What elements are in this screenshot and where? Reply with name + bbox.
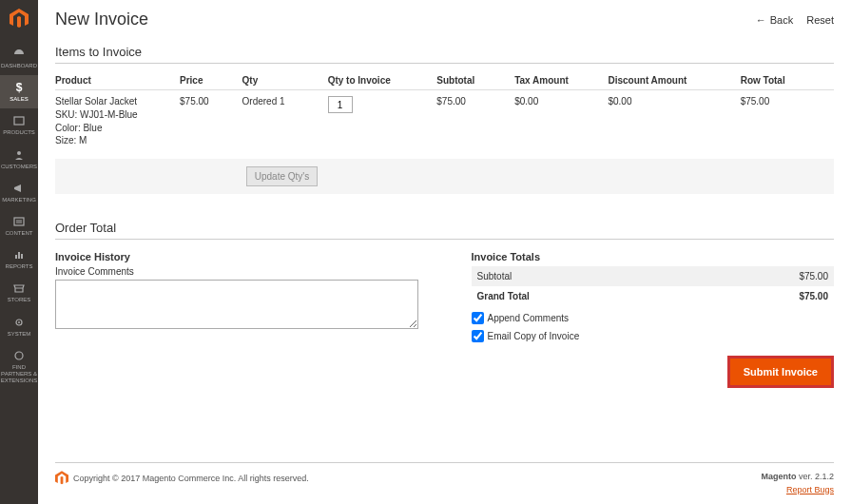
append-comments-checkbox[interactable] bbox=[472, 312, 484, 324]
submit-wrap: Submit Invoice bbox=[472, 356, 835, 388]
grand-total-value: $75.00 bbox=[799, 291, 828, 301]
section-title: Items to Invoice bbox=[55, 45, 834, 64]
svg-text:$: $ bbox=[16, 81, 23, 94]
page-footer: Copyright © 2017 Magento Commerce Inc. A… bbox=[55, 462, 834, 496]
grand-total-line: Grand Total $75.00 bbox=[472, 286, 835, 306]
subtotal-line: Subtotal $75.00 bbox=[472, 266, 835, 286]
content-icon bbox=[12, 215, 26, 228]
svg-point-2 bbox=[17, 151, 21, 155]
stores-icon bbox=[12, 281, 26, 295]
update-qty-button[interactable]: Update Qty's bbox=[246, 166, 319, 186]
invoice-comments-textarea[interactable] bbox=[55, 280, 418, 329]
reset-button[interactable]: Reset bbox=[806, 14, 834, 26]
order-total-title: Order Total bbox=[55, 221, 834, 240]
col-tax: Tax Amount bbox=[514, 75, 608, 86]
invoice-history-heading: Invoice History bbox=[55, 251, 418, 262]
nav-label: SALES bbox=[10, 96, 28, 103]
items-to-invoice-section: Items to Invoice Product Price Qty Qty t… bbox=[55, 45, 834, 194]
grand-total-label: Grand Total bbox=[477, 291, 530, 301]
product-cell: Stellar Solar Jacket SKU: WJ01-M-Blue Co… bbox=[55, 96, 180, 147]
col-discount: Discount Amount bbox=[608, 75, 740, 86]
update-qty-row: Update Qty's bbox=[55, 159, 834, 194]
subtotal-value: $75.00 bbox=[799, 271, 828, 281]
append-comments-row: Append Comments bbox=[472, 312, 835, 324]
col-price: Price bbox=[180, 75, 242, 86]
copyright-text: Copyright © 2017 Magento Commerce Inc. A… bbox=[73, 474, 309, 483]
nav-label: STORES bbox=[8, 297, 31, 303]
qty-to-invoice-input[interactable] bbox=[328, 96, 353, 113]
qty-cell: Ordered 1 bbox=[242, 96, 328, 107]
nav-system[interactable]: SYSTEM bbox=[0, 310, 38, 343]
items-table-header: Product Price Qty Qty to Invoice Subtota… bbox=[55, 69, 834, 90]
submit-invoice-button[interactable]: Submit Invoice bbox=[727, 356, 834, 388]
tax-cell: $0.00 bbox=[514, 96, 608, 107]
nav-label: REPORTS bbox=[6, 263, 33, 270]
invoice-history-panel: Invoice History Invoice Comments bbox=[55, 245, 418, 388]
svg-point-10 bbox=[18, 321, 20, 323]
nav-content[interactable]: CONTENT bbox=[0, 209, 38, 242]
nav-label: MARKETING bbox=[2, 197, 36, 204]
gear-icon bbox=[12, 316, 26, 329]
col-subtotal: Subtotal bbox=[436, 75, 514, 86]
back-button[interactable]: ← Back bbox=[756, 14, 793, 26]
svg-rect-8 bbox=[21, 254, 23, 259]
arrow-left-icon: ← bbox=[756, 14, 766, 26]
product-sku: SKU: WJ01-M-Blue bbox=[55, 109, 180, 120]
magento-logo-small bbox=[55, 471, 68, 486]
qty-to-invoice-cell bbox=[328, 96, 437, 113]
reports-icon bbox=[12, 248, 26, 262]
items-table-row: Stellar Solar Jacket SKU: WJ01-M-Blue Co… bbox=[55, 90, 834, 153]
svg-rect-6 bbox=[15, 255, 17, 259]
nav-stores[interactable]: STORES bbox=[0, 276, 38, 309]
dollar-icon: $ bbox=[12, 81, 26, 94]
nav-label: FIND PARTNERS & EXTENSIONS bbox=[1, 364, 38, 385]
discount-cell: $0.00 bbox=[608, 96, 740, 107]
svg-rect-3 bbox=[14, 218, 24, 225]
nav-dashboard[interactable]: DASHBOARD bbox=[0, 42, 38, 75]
nav-label: PRODUCTS bbox=[3, 129, 35, 136]
footer-left: Copyright © 2017 Magento Commerce Inc. A… bbox=[55, 471, 309, 486]
email-copy-checkbox[interactable] bbox=[472, 330, 484, 342]
nav-sales[interactable]: $ SALES bbox=[0, 75, 38, 108]
col-product: Product bbox=[55, 75, 180, 86]
header-actions: ← Back Reset bbox=[756, 14, 834, 26]
email-copy-row: Email Copy of Invoice bbox=[472, 330, 835, 342]
nav-partners[interactable]: FIND PARTNERS & EXTENSIONS bbox=[0, 343, 38, 391]
col-qty-to-invoice: Qty to Invoice bbox=[328, 75, 437, 86]
svg-point-11 bbox=[15, 352, 23, 359]
nav-marketing[interactable]: MARKETING bbox=[0, 176, 38, 209]
nav-label: DASHBOARD bbox=[1, 63, 37, 69]
subtotal-cell: $75.00 bbox=[436, 96, 514, 107]
report-bugs-link[interactable]: Report Bugs bbox=[786, 485, 834, 494]
comments-label: Invoice Comments bbox=[55, 266, 418, 277]
subtotal-label: Subtotal bbox=[477, 271, 513, 281]
nav-customers[interactable]: CUSTOMERS bbox=[0, 143, 38, 176]
nav-products[interactable]: PRODUCTS bbox=[0, 108, 38, 142]
page-title: New Invoice bbox=[55, 10, 148, 29]
svg-rect-1 bbox=[14, 117, 24, 125]
email-copy-label: Email Copy of Invoice bbox=[488, 331, 580, 341]
back-label: Back bbox=[770, 14, 793, 26]
col-row-total: Row Total bbox=[741, 75, 819, 86]
product-name: Stellar Solar Jacket bbox=[55, 96, 180, 107]
customers-icon bbox=[12, 148, 26, 162]
invoice-totals-heading: Invoice Totals bbox=[472, 251, 835, 262]
col-qty: Qty bbox=[242, 75, 328, 86]
dashboard-icon bbox=[12, 48, 26, 61]
megaphone-icon bbox=[12, 182, 26, 195]
order-total-section: Invoice History Invoice Comments Invoice… bbox=[55, 245, 834, 388]
page-header: New Invoice ← Back Reset bbox=[55, 10, 834, 29]
main-content: New Invoice ← Back Reset Items to Invoic… bbox=[38, 0, 851, 504]
nav-reports[interactable]: REPORTS bbox=[0, 242, 38, 276]
footer-right: Magento ver. 2.1.2 Report Bugs bbox=[761, 471, 834, 496]
nav-label: CONTENT bbox=[6, 230, 33, 237]
products-icon bbox=[12, 114, 26, 127]
price-cell: $75.00 bbox=[180, 96, 242, 107]
append-comments-label: Append Comments bbox=[488, 313, 570, 323]
partners-icon bbox=[12, 349, 26, 362]
admin-sidebar: DASHBOARD $ SALES PRODUCTS CUSTOMERS MAR… bbox=[0, 0, 38, 504]
magento-logo bbox=[6, 6, 32, 32]
svg-rect-7 bbox=[18, 252, 20, 259]
nav-label: SYSTEM bbox=[8, 331, 31, 338]
rowtotal-cell: $75.00 bbox=[741, 96, 819, 107]
